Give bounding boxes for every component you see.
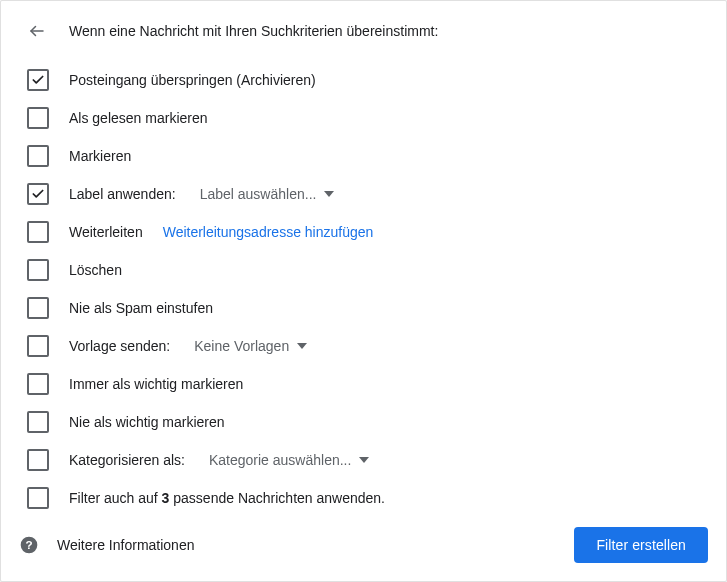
checkbox-send-template[interactable] <box>27 335 49 357</box>
dialog-footer: ? Weitere Informationen Filter erstellen <box>19 527 708 563</box>
create-filter-button[interactable]: Filter erstellen <box>574 527 708 563</box>
select-value: Kategorie auswählen... <box>209 452 351 468</box>
option-forward: Weiterleiten Weiterleitungsadresse hinzu… <box>19 213 708 251</box>
option-label: Löschen <box>69 262 122 278</box>
arrow-left-icon <box>28 22 46 40</box>
category-select[interactable]: Kategorie auswählen... <box>205 452 373 468</box>
option-delete: Löschen <box>19 251 708 289</box>
option-skip-inbox: Posteingang überspringen (Archivieren) <box>19 61 708 99</box>
option-mark-read: Als gelesen markieren <box>19 99 708 137</box>
option-label: Nie als Spam einstufen <box>69 300 213 316</box>
more-info[interactable]: ? Weitere Informationen <box>19 535 194 555</box>
checkbox-skip-inbox[interactable] <box>27 69 49 91</box>
checkbox-always-important[interactable] <box>27 373 49 395</box>
option-label: Immer als wichtig markieren <box>69 376 243 392</box>
option-label: Kategorisieren als: <box>69 452 185 468</box>
option-send-template: Vorlage senden: Keine Vorlagen <box>19 327 708 365</box>
checkbox-never-spam[interactable] <box>27 297 49 319</box>
caret-down-icon <box>324 189 334 199</box>
select-value: Label auswählen... <box>200 186 317 202</box>
back-button[interactable] <box>25 19 49 43</box>
option-label: Weiterleiten <box>69 224 143 240</box>
checkbox-apply-existing[interactable] <box>27 487 49 509</box>
option-apply-label: Label anwenden: Label auswählen... <box>19 175 708 213</box>
option-label: Vorlage senden: <box>69 338 170 354</box>
option-always-important: Immer als wichtig markieren <box>19 365 708 403</box>
option-never-spam: Nie als Spam einstufen <box>19 289 708 327</box>
option-apply-existing: Filter auch auf 3 passende Nachrichten a… <box>19 479 708 517</box>
option-label: Posteingang überspringen (Archivieren) <box>69 72 316 88</box>
option-label: Als gelesen markieren <box>69 110 208 126</box>
caret-down-icon <box>359 455 369 465</box>
more-info-label: Weitere Informationen <box>57 537 194 553</box>
option-label: Nie als wichtig markieren <box>69 414 225 430</box>
check-icon <box>31 187 45 201</box>
options-list: Posteingang überspringen (Archivieren) A… <box>19 61 708 517</box>
select-value: Keine Vorlagen <box>194 338 289 354</box>
option-categorize: Kategorisieren als: Kategorie auswählen.… <box>19 441 708 479</box>
check-icon <box>31 73 45 87</box>
checkbox-forward[interactable] <box>27 221 49 243</box>
help-icon: ? <box>19 535 39 555</box>
filter-create-dialog: Wenn eine Nachricht mit Ihren Suchkriter… <box>0 0 727 582</box>
option-label: Label anwenden: <box>69 186 176 202</box>
checkbox-delete[interactable] <box>27 259 49 281</box>
option-never-important: Nie als wichtig markieren <box>19 403 708 441</box>
label-select[interactable]: Label auswählen... <box>196 186 339 202</box>
checkbox-categorize[interactable] <box>27 449 49 471</box>
caret-down-icon <box>297 341 307 351</box>
checkbox-apply-label[interactable] <box>27 183 49 205</box>
svg-text:?: ? <box>25 538 32 551</box>
checkbox-never-important[interactable] <box>27 411 49 433</box>
option-star: Markieren <box>19 137 708 175</box>
option-label: Filter auch auf 3 passende Nachrichten a… <box>69 490 385 506</box>
add-forwarding-link[interactable]: Weiterleitungsadresse hinzufügen <box>163 224 374 240</box>
checkbox-star[interactable] <box>27 145 49 167</box>
checkbox-mark-read[interactable] <box>27 107 49 129</box>
dialog-title: Wenn eine Nachricht mit Ihren Suchkriter… <box>69 23 438 39</box>
template-select[interactable]: Keine Vorlagen <box>190 338 311 354</box>
dialog-header: Wenn eine Nachricht mit Ihren Suchkriter… <box>19 19 708 43</box>
option-label: Markieren <box>69 148 131 164</box>
